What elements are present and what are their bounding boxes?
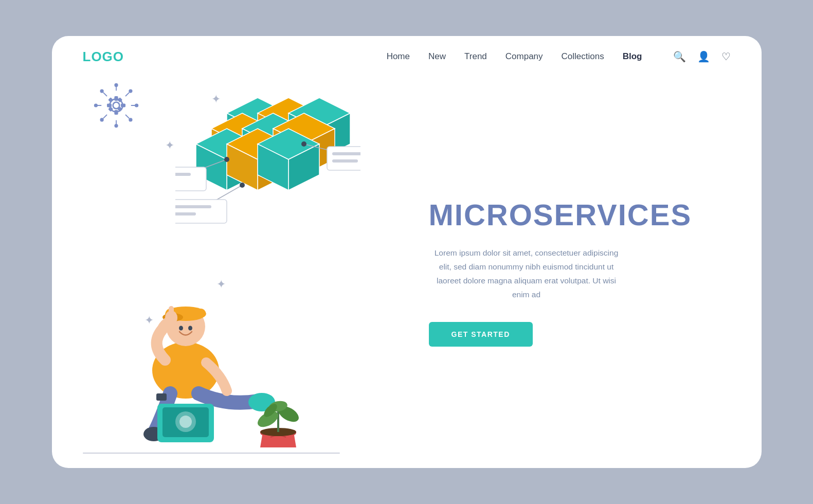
- svg-rect-61: [332, 152, 360, 155]
- svg-rect-84: [156, 393, 167, 401]
- svg-point-25: [100, 118, 103, 121]
- svg-point-15: [94, 103, 97, 107]
- floor-line: [83, 453, 340, 454]
- nav-item-blog[interactable]: Blog: [623, 51, 642, 62]
- cta-button[interactable]: GET STARTED: [429, 322, 533, 347]
- sparkle-2: ✦: [165, 139, 174, 152]
- svg-rect-56: [175, 173, 191, 176]
- heart-icon[interactable]: ♡: [721, 50, 731, 63]
- svg-point-23: [129, 89, 132, 93]
- logo: LOGO: [83, 49, 124, 65]
- main-content: ✦ ✦ ✦ ✦: [52, 77, 762, 468]
- svg-point-1: [113, 102, 119, 109]
- svg-point-54: [224, 157, 229, 162]
- svg-point-74: [188, 326, 192, 331]
- nav-icons: 🔍 👤 ♡: [673, 50, 731, 63]
- svg-point-11: [114, 83, 118, 87]
- svg-rect-65: [175, 200, 227, 223]
- svg-rect-67: [175, 212, 196, 215]
- svg-line-22: [125, 93, 129, 96]
- svg-rect-62: [332, 159, 358, 163]
- svg-line-20: [125, 115, 129, 118]
- gear-icon: [93, 82, 139, 131]
- svg-point-73: [179, 326, 183, 331]
- hero-description: Lorem ipsum dolor sit amet, consectetuer…: [429, 246, 624, 302]
- svg-rect-66: [175, 205, 211, 208]
- svg-point-59: [301, 141, 306, 147]
- hero-title: MICROSERVICES: [429, 199, 720, 231]
- svg-rect-5: [121, 103, 125, 107]
- svg-point-21: [129, 118, 132, 121]
- nav-item-trend[interactable]: Trend: [464, 51, 487, 62]
- nav-item-home[interactable]: Home: [387, 51, 410, 62]
- svg-rect-60: [327, 147, 360, 170]
- navbar: LOGO Home New Trend Company Collections …: [52, 36, 762, 77]
- nav-item-company[interactable]: Company: [505, 51, 543, 62]
- svg-rect-2: [114, 96, 118, 101]
- svg-point-17: [135, 103, 138, 107]
- svg-rect-76: [169, 306, 174, 317]
- svg-rect-4: [107, 103, 112, 107]
- svg-point-83: [179, 416, 192, 428]
- svg-point-19: [100, 89, 103, 93]
- main-card: LOGO Home New Trend Company Collections …: [52, 36, 762, 468]
- search-icon[interactable]: 🔍: [673, 50, 686, 63]
- svg-rect-3: [114, 110, 118, 115]
- plant-icon: [252, 386, 304, 453]
- svg-point-64: [240, 183, 245, 188]
- illustration-area: ✦ ✦ ✦ ✦: [52, 77, 408, 468]
- user-icon[interactable]: 👤: [697, 50, 710, 63]
- svg-line-24: [103, 115, 106, 118]
- svg-rect-55: [175, 167, 206, 191]
- nav-item-collections[interactable]: Collections: [562, 51, 604, 62]
- nav-links: Home New Trend Company Collections Blog: [387, 51, 642, 62]
- svg-rect-6: [108, 97, 113, 102]
- svg-point-13: [114, 124, 118, 128]
- nav-item-new[interactable]: New: [428, 51, 446, 62]
- svg-line-18: [103, 93, 106, 96]
- right-content: MICROSERVICES Lorem ipsum dolor sit amet…: [408, 77, 762, 468]
